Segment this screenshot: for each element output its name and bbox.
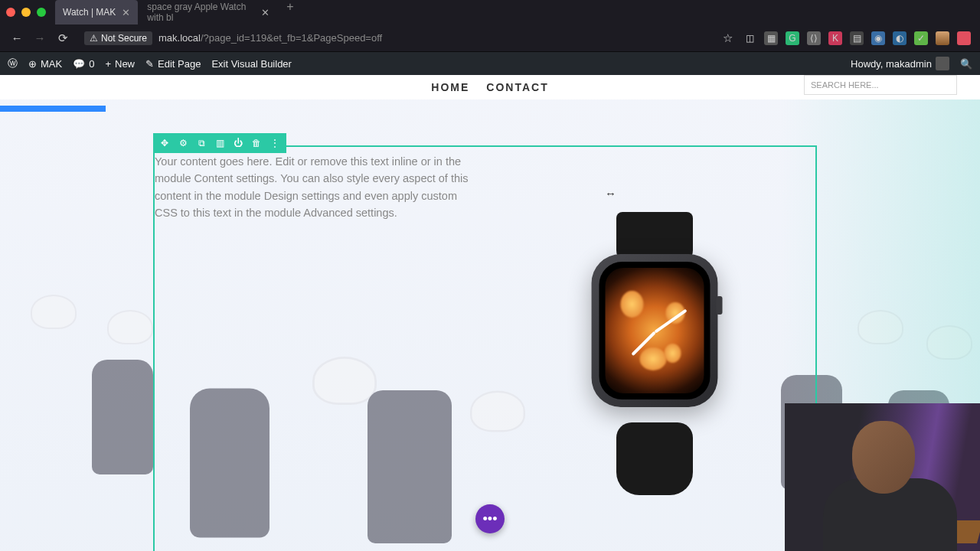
extension-icon[interactable] [957, 31, 971, 45]
tabs-container: Watch | MAK ✕ space gray Apple Watch wit… [55, 0, 302, 24]
power-icon[interactable]: ⏻ [233, 138, 243, 148]
watch-face-fire [606, 268, 704, 393]
wp-logo-icon[interactable]: ⓦ [8, 57, 18, 70]
divi-section-handle[interactable] [0, 106, 106, 112]
divi-module-toolbar: ✥ ⚙ ⧉ ▥ ⏻ 🗑 ⋮ [153, 133, 286, 153]
close-tab-icon[interactable]: ✕ [122, 7, 130, 18]
extension-icon[interactable]: K [828, 31, 842, 45]
url-field[interactable]: ⚠ Not Secure mak.local/?page_id=119&et_f… [78, 31, 712, 45]
window-controls [6, 8, 46, 17]
back-button[interactable]: ← [9, 31, 24, 44]
wp-howdy-link[interactable]: Howdy, makadmin [851, 57, 949, 70]
new-tab-button[interactable]: + [279, 0, 301, 24]
user-avatar-icon [936, 57, 949, 70]
tab-title: Watch | MAK [63, 7, 116, 18]
watch-band-bottom [616, 422, 693, 495]
close-window-icon[interactable] [6, 8, 15, 17]
tab-watch-mak[interactable]: Watch | MAK ✕ [55, 0, 138, 24]
minimize-window-icon[interactable] [21, 8, 31, 17]
column-resize-handle[interactable]: ↔ [605, 187, 616, 200]
search-input[interactable]: SEARCH HERE... [804, 75, 957, 95]
site-header: HOME CONTACT SEARCH HERE... [0, 75, 980, 99]
extension-icon[interactable]: ◐ [893, 31, 906, 45]
trash-icon[interactable]: 🗑 [251, 138, 262, 148]
move-icon[interactable]: ✥ [159, 138, 170, 148]
close-tab-icon[interactable]: ✕ [261, 7, 270, 18]
forward-button[interactable]: → [32, 31, 47, 44]
wp-admin-left: ⓦ ⊕ MAK 💬 0 + New ✎ Edit Page Exit Visua… [8, 57, 292, 70]
wp-exit-vb-link[interactable]: Exit Visual Builder [211, 58, 292, 70]
wp-new-link[interactable]: + New [105, 58, 135, 70]
tab-unsplash[interactable]: space gray Apple Watch with bl ✕ [139, 0, 277, 24]
more-icon[interactable]: ⋮ [270, 138, 280, 148]
webcam-overlay [785, 403, 980, 551]
grammarly-icon[interactable]: G [786, 31, 799, 45]
gear-icon[interactable]: ⚙ [178, 138, 188, 148]
extension-icon[interactable]: ✓ [914, 31, 928, 45]
duplicate-icon[interactable]: ⧉ [196, 138, 207, 148]
watch-image[interactable] [578, 212, 731, 495]
divi-fab-button[interactable]: ••• [475, 504, 505, 533]
nav-home[interactable]: HOME [431, 81, 469, 93]
profile-avatar-icon[interactable] [936, 31, 949, 45]
wp-admin-right: Howdy, makadmin 🔍 [851, 57, 972, 70]
address-bar: ← → ⟳ ⚠ Not Secure mak.local/?page_id=11… [0, 24, 980, 52]
url-text: mak.local/?page_id=119&et_fb=1&PageSpeed… [158, 32, 382, 44]
pocket-icon[interactable]: ◫ [743, 31, 756, 45]
extension-icon[interactable]: ⟨⟩ [807, 31, 821, 45]
nav-contact[interactable]: CONTACT [486, 81, 548, 93]
wp-admin-bar: ⓦ ⊕ MAK 💬 0 + New ✎ Edit Page Exit Visua… [0, 52, 980, 75]
maximize-window-icon[interactable] [37, 8, 46, 17]
webcam-presenter [823, 413, 957, 551]
reload-button[interactable]: ⟳ [55, 31, 70, 45]
browser-tab-strip: Watch | MAK ✕ space gray Apple Watch wit… [0, 0, 980, 24]
tab-title: space gray Apple Watch with bl [147, 2, 255, 23]
watch-case [592, 254, 718, 407]
wp-comments-link[interactable]: 💬 0 [73, 58, 94, 70]
watch-crown [717, 296, 723, 315]
security-badge[interactable]: ⚠ Not Secure [84, 31, 152, 45]
watch-screen [599, 262, 710, 399]
module-placeholder-text[interactable]: Your content goes here. Edit or remove t… [155, 153, 472, 222]
wp-search-icon[interactable]: 🔍 [960, 58, 972, 70]
extension-icon[interactable]: ◉ [871, 31, 885, 45]
extension-icon[interactable]: ▦ [764, 31, 778, 45]
wp-site-link[interactable]: ⊕ MAK [28, 58, 62, 70]
extension-icons: ◫ ▦ G ⟨⟩ K ▤ ◉ ◐ ✓ [743, 31, 971, 45]
bookmark-star-icon[interactable]: ☆ [720, 31, 735, 45]
divi-row-outline[interactable]: ✥ ⚙ ⧉ ▥ ⏻ 🗑 ⋮ Your content goes here. Ed… [153, 145, 817, 551]
wp-edit-page-link[interactable]: ✎ Edit Page [145, 58, 201, 70]
columns-icon[interactable]: ▥ [214, 138, 225, 148]
extension-icon[interactable]: ▤ [850, 31, 864, 45]
